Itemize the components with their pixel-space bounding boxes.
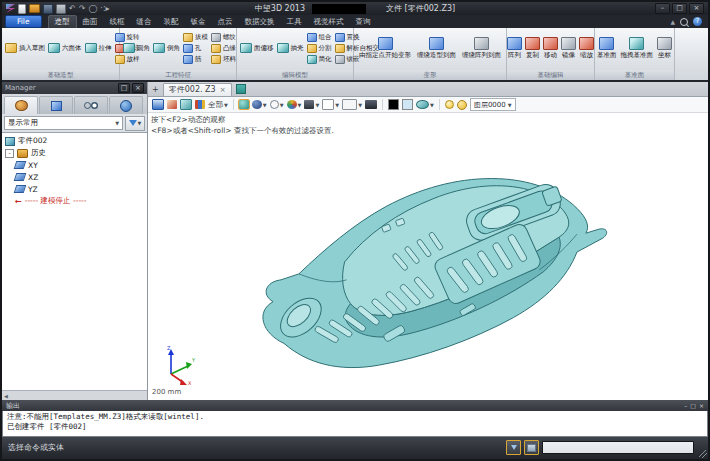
search-icon[interactable] [680, 18, 688, 26]
thread-button[interactable]: 螺纹 [211, 33, 236, 42]
manager-maximize-button[interactable]: □ [118, 83, 130, 93]
face-offset-button[interactable]: 面偏移 [240, 43, 274, 53]
bulb-icon[interactable] [445, 100, 454, 109]
tree-item-part[interactable]: 零件002 [5, 135, 147, 147]
tree-item-plane-xy[interactable]: XY [5, 159, 147, 171]
shade-mode-dropdown[interactable]: ▼ [252, 100, 267, 109]
tab-visualstyle[interactable]: 视觉样式 [308, 16, 350, 28]
model-canvas[interactable]: 按下<F2>动态的观察 <F8>或者<Shift-roll> 查找下一个有效的过… [148, 113, 708, 400]
tab-dataexchange[interactable]: 数据交换 [239, 16, 281, 28]
quick-access-more-icon[interactable]: ·:▸ [100, 5, 109, 13]
manager-hscrollbar[interactable]: ◀ [2, 390, 147, 400]
tab-inquire[interactable]: 查询 [350, 16, 377, 28]
scroll-left-icon[interactable]: ◀ [2, 393, 8, 399]
tab-wireframe[interactable]: 线框 [104, 16, 131, 28]
move-button[interactable]: 移动 [543, 37, 558, 60]
tree-item-plane-yz[interactable]: YZ [5, 183, 147, 195]
collapse-expander-icon[interactable]: - [5, 149, 14, 158]
visual-manager-tab[interactable] [109, 96, 143, 114]
simplify-button[interactable]: 简化 [307, 55, 332, 64]
tab-surface[interactable]: 曲面 [77, 16, 104, 28]
draft-button[interactable]: 拔模 [183, 33, 208, 42]
display-filter-select[interactable]: 显示常用 ▼ [4, 116, 123, 130]
tree-item-model-stop[interactable]: ← ----- 建模停止 ----- [5, 195, 147, 207]
redo-icon[interactable]: ↷ [79, 5, 86, 13]
file-menu-button[interactable]: File [5, 15, 42, 28]
wrap-pattern-button[interactable]: 缠绕阵列到面 [462, 37, 501, 60]
edge-color-swatch[interactable] [402, 99, 413, 110]
fillet-button[interactable]: 圆角 [123, 43, 150, 53]
window-dropdown[interactable]: ▼ [342, 99, 362, 110]
divide-button[interactable]: 分割 [307, 44, 332, 53]
history-manager-tab[interactable] [4, 96, 38, 114]
background-dropdown[interactable]: ▼ [304, 100, 319, 109]
filter-funnel-button[interactable]: ▼ [125, 116, 145, 131]
shell-button[interactable]: 抽壳 [277, 43, 304, 53]
face-color-swatch[interactable] [388, 99, 399, 110]
open-file-icon[interactable] [29, 4, 40, 13]
pick-filter-button[interactable] [506, 440, 521, 455]
save-icon[interactable] [43, 4, 53, 14]
csys-button[interactable]: 坐标 [657, 37, 672, 60]
lip-button[interactable]: 凸缘 [211, 44, 236, 53]
copy-button[interactable]: 复制 [525, 37, 540, 60]
layer-dropdown[interactable]: 图层0000 ▼ [470, 98, 516, 111]
new-tab-button[interactable]: + [152, 85, 159, 94]
hole-button[interactable]: 孔 [183, 44, 208, 53]
chamfer-button[interactable]: 倒角 [153, 43, 180, 53]
datum-plane-button[interactable]: 基准面 [597, 37, 617, 60]
tab-tools[interactable]: 工具 [281, 16, 308, 28]
regen-icon[interactable]: ◯ [88, 5, 97, 13]
help-icon[interactable]: ? [693, 17, 702, 26]
document-tab-close-icon[interactable]: × [220, 86, 226, 94]
tab-shape[interactable]: 造型 [48, 15, 77, 29]
ribbon-collapse-icon[interactable]: ▲ [670, 18, 675, 25]
minimize-button[interactable]: – [655, 3, 670, 14]
tab-stitch[interactable]: 缝合 [131, 16, 158, 28]
assembly-manager-tab[interactable] [39, 96, 73, 114]
insert-sketch-button[interactable]: 插入草图 [5, 43, 45, 53]
undo-icon[interactable]: ↶ [69, 5, 76, 13]
pattern-button[interactable]: 阵列 [507, 37, 522, 60]
maximize-button[interactable]: □ [672, 3, 687, 14]
tab-pointcloud[interactable]: 点云 [212, 16, 239, 28]
lens-dropdown[interactable]: ▼ [416, 100, 434, 109]
box-button[interactable]: 六面体 [48, 43, 82, 53]
display-toggle-button[interactable] [524, 440, 539, 455]
render-style-dropdown[interactable]: ▼ [287, 100, 302, 109]
layer-color-icon[interactable] [457, 100, 467, 110]
wireframe-dropdown[interactable]: ▼ [270, 100, 284, 109]
new-file-icon[interactable] [18, 4, 26, 14]
wrap-shape-button[interactable]: 缠绕造型到面 [417, 37, 456, 60]
morph-point-button[interactable]: 由指定点开始变形 [359, 37, 411, 60]
tab-sheetmetal[interactable]: 钣金 [185, 16, 212, 28]
part-model[interactable] [148, 113, 708, 400]
combine-button[interactable]: 组合 [307, 33, 332, 42]
solid-display-icon[interactable] [180, 99, 192, 110]
view-orient-icon[interactable] [239, 100, 249, 109]
tree-item-plane-xz[interactable]: XZ [5, 171, 147, 183]
drag-datum-button[interactable]: 拖拽基准面 [621, 37, 654, 60]
monitor-icon[interactable] [365, 100, 377, 109]
brush-icon[interactable] [167, 100, 177, 109]
output-log[interactable]: 注意:不能用[Templates_MM.Z3]格式来读取[wintel]. 已创… [2, 411, 708, 437]
pick-mode-icon[interactable] [152, 99, 164, 110]
resize-grip[interactable] [699, 450, 707, 458]
filter-scope-dropdown[interactable]: 全部 ▼ [208, 100, 228, 110]
output-maximize-button[interactable]: □ [690, 402, 696, 409]
output-close-button[interactable]: × [699, 402, 704, 409]
scale-button[interactable]: 缩放 [579, 37, 594, 60]
chart-icon[interactable] [195, 100, 205, 109]
visibility-manager-tab[interactable] [74, 96, 108, 114]
print-icon[interactable] [56, 4, 66, 14]
rib-button[interactable]: 筋 [183, 55, 208, 64]
tree-item-history[interactable]: - 历史 [5, 147, 147, 159]
extrude-button[interactable]: 拉伸 [85, 43, 112, 53]
manager-close-button[interactable]: × [132, 83, 144, 93]
document-tab[interactable]: 零件002. Z3 × [163, 83, 232, 96]
close-button[interactable]: × [689, 3, 704, 14]
output-pin-button[interactable]: – [684, 402, 687, 409]
stock-button[interactable]: 坯料 [211, 55, 236, 64]
mirror-button[interactable]: 镜像 [561, 37, 576, 60]
tab-assembly[interactable]: 装配 [158, 16, 185, 28]
